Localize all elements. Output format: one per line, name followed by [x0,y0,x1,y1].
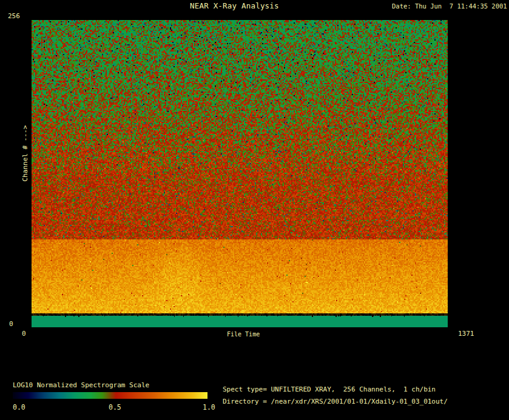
colorbar-title: LOG10 Normalized Spectrogram Scale [13,382,149,389]
colorbar-tick-0: 0.0 [13,404,25,412]
x-axis-title: File Time [227,331,260,338]
x-axis-min-label: 0 [22,330,26,338]
colorbar-gradient [13,392,207,399]
near-xray-analysis-window: NEAR X-Ray Analysis Date: Thu Jun 7 11:4… [0,0,509,420]
y-axis-min-label: 0 [9,321,13,328]
page-title: NEAR X-Ray Analysis [190,2,279,10]
directory-line: Directory = /near/xdr/XRS/2001/01-01/Xda… [223,398,448,405]
colorbar-tick-1: 0.5 [109,404,121,412]
date-stamp: Date: Thu Jun 7 11:44:35 2001 [392,3,507,10]
y-axis-title: Channel # ---> [22,108,29,199]
colorbar-tick-2: 1.0 [203,404,215,412]
spect-type-line: Spect type= UNFILTERED XRAY, 256 Channel… [223,386,436,393]
x-axis-max-label: 1371 [458,330,474,338]
y-axis-max-label: 256 [8,13,20,20]
spectrogram-image [32,20,448,327]
